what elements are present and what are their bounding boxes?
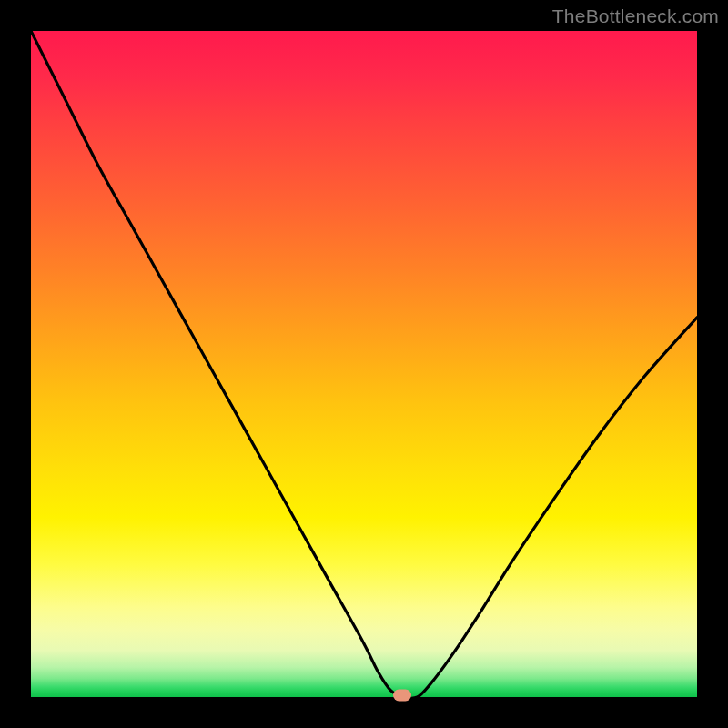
bottleneck-curve: [31, 31, 697, 697]
watermark-text: TheBottleneck.com: [552, 5, 719, 27]
chart-frame: TheBottleneck.com: [0, 0, 728, 728]
plot-area: [31, 31, 697, 697]
optimum-marker: [393, 689, 411, 701]
